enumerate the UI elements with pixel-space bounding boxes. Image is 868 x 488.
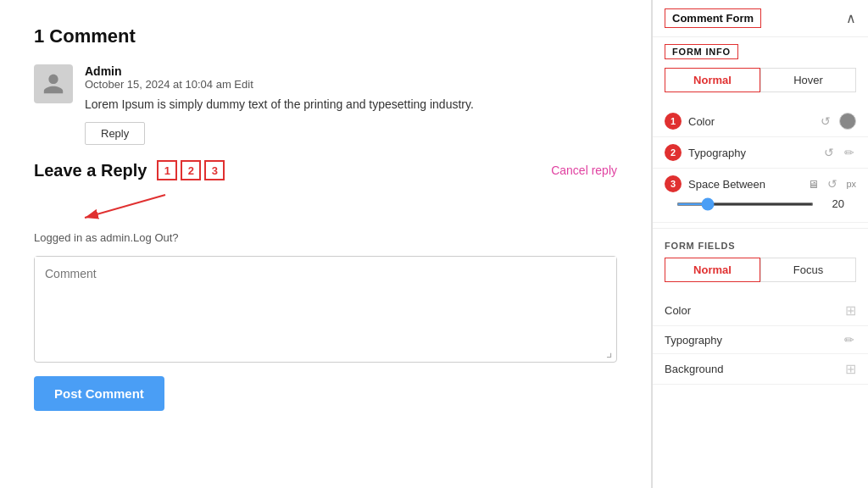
fields-background-row: Background ⊞ (653, 354, 868, 385)
typography-edit-btn[interactable]: ✏ (843, 146, 856, 159)
comment-item: Admin October 15, 2024 at 10:04 am Edit … (34, 64, 617, 145)
comment-text: Lorem Ipsum is simply dummy text of the … (85, 96, 617, 114)
screen-icon: 🖥 (808, 178, 819, 191)
avatar (34, 64, 73, 103)
leave-reply-header: Leave a Reply 1 2 3 Cancel reply (34, 160, 617, 180)
leave-reply-section: Leave a Reply 1 2 3 Cancel reply (34, 160, 617, 411)
right-panel: Comment Form ∧ FORM INFO Normal Hover 1 … (652, 0, 868, 488)
tab-hover[interactable]: Hover (760, 68, 856, 92)
space-between-label: Space Between (688, 178, 801, 191)
fields-tab-row: Normal Focus (665, 258, 856, 282)
color-label: Color (688, 115, 812, 128)
comment-textarea-wrap: ⌟ (34, 256, 617, 363)
num-box-1: 1 (157, 160, 177, 180)
typography-label: Typography (688, 147, 815, 159)
form-fields-title: FORM FIELDS (665, 241, 856, 251)
space-reset-btn[interactable]: ↺ (826, 177, 839, 191)
fields-background-grid-icon[interactable]: ⊞ (845, 361, 856, 377)
fields-color-grid-icon[interactable]: ⊞ (845, 302, 856, 319)
rp-title: Comment Form (665, 8, 761, 28)
fields-color-row: Color ⊞ (653, 296, 868, 326)
rp-form-info-section: FORM INFO Normal Hover (653, 37, 868, 106)
numbered-boxes: 1 2 3 (157, 160, 225, 180)
typography-row: 2 Typography ↺ ✏ (653, 137, 868, 169)
comment-textarea[interactable] (35, 257, 616, 358)
badge-3: 3 (665, 175, 682, 192)
color-row: 1 Color ↺ (653, 106, 868, 137)
fields-typography-edit-btn[interactable]: ✏ (843, 333, 856, 347)
collapse-icon[interactable]: ∧ (846, 10, 856, 26)
reply-button[interactable]: Reply (85, 122, 145, 145)
leave-reply-title-row: Leave a Reply 1 2 3 (34, 160, 225, 180)
state-tab-row: Normal Hover (665, 68, 856, 92)
badge-2: 2 (665, 144, 682, 161)
comment-body: Admin October 15, 2024 at 10:04 am Edit … (85, 64, 617, 145)
fields-tab-focus[interactable]: Focus (760, 258, 856, 282)
comment-author: Admin (85, 64, 617, 78)
svg-line-1 (85, 195, 165, 218)
space-slider[interactable] (676, 202, 814, 206)
form-info-label: FORM INFO (665, 44, 738, 59)
leave-reply-title: Leave a Reply (34, 161, 147, 180)
arrow-annotation (34, 191, 617, 228)
color-swatch[interactable] (839, 113, 856, 130)
px-unit: px (846, 179, 856, 189)
divider (653, 228, 868, 229)
logged-in-text: Logged in as admin.Log Out? (34, 231, 617, 244)
red-arrow-svg (34, 191, 170, 225)
edit-link[interactable]: Edit (234, 78, 253, 91)
comment-meta: October 15, 2024 at 10:04 am Edit (85, 78, 617, 91)
fields-typography-row: Typography ✏ (653, 326, 868, 354)
slider-value: 20 (821, 197, 844, 210)
num-box-2: 2 (181, 160, 201, 180)
cancel-reply-link[interactable]: Cancel reply (551, 164, 617, 177)
log-out-link[interactable]: Log Out? (133, 231, 179, 244)
slider-wrap: 20 (665, 197, 856, 217)
left-panel: 1 Comment Admin October 15, 2024 at 10:0… (0, 0, 652, 488)
typography-reset-btn[interactable]: ↺ (822, 146, 836, 159)
form-fields-section: FORM FIELDS Normal Focus (653, 234, 868, 296)
fields-background-label: Background (665, 363, 838, 375)
comment-count: 1 Comment (34, 25, 617, 47)
num-box-3: 3 (204, 160, 225, 180)
resize-handle: ⌟ (606, 344, 613, 360)
fields-color-label: Color (665, 304, 838, 317)
space-between-top: 3 Space Between 🖥 ↺ px (665, 175, 856, 192)
space-between-section: 3 Space Between 🖥 ↺ px 20 (653, 169, 868, 223)
fields-tab-normal[interactable]: Normal (665, 258, 760, 282)
user-icon (42, 72, 65, 96)
badge-1: 1 (665, 113, 682, 130)
tab-normal[interactable]: Normal (665, 68, 760, 92)
color-reset-btn[interactable]: ↺ (819, 114, 832, 128)
post-comment-button[interactable]: Post Comment (34, 376, 164, 411)
fields-typography-label: Typography (665, 334, 836, 347)
rp-header: Comment Form ∧ (653, 0, 868, 37)
